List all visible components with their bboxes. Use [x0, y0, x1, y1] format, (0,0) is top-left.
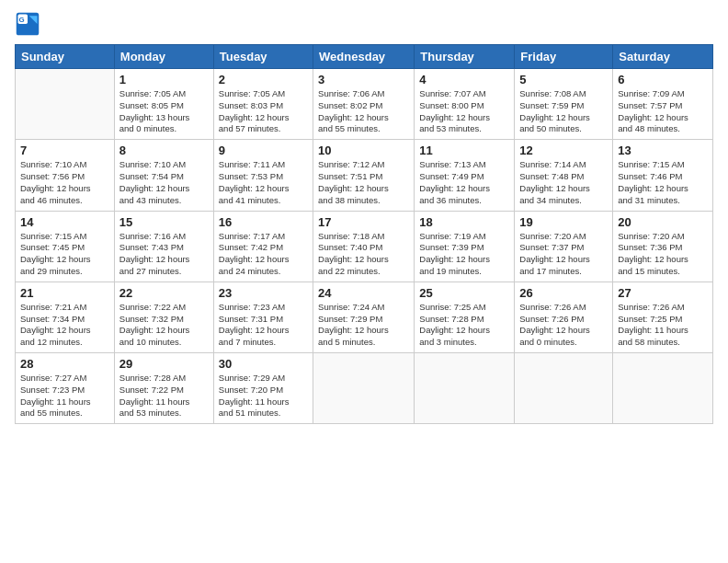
logo: G — [15, 11, 44, 37]
calendar-cell: 6Sunrise: 7:09 AM Sunset: 7:57 PM Daylig… — [613, 69, 713, 140]
day-info: Sunrise: 7:05 AM Sunset: 8:03 PM Dayligh… — [219, 88, 308, 135]
col-header-monday: Monday — [114, 45, 213, 69]
calendar-cell: 3Sunrise: 7:06 AM Sunset: 8:02 PM Daylig… — [313, 69, 415, 140]
calendar-page: G SundayMondayTuesdayWednesdayThursdayFr… — [0, 0, 728, 563]
day-info: Sunrise: 7:15 AM Sunset: 7:46 PM Dayligh… — [618, 159, 708, 206]
day-number: 23 — [219, 286, 308, 300]
calendar-cell: 30Sunrise: 7:29 AM Sunset: 7:20 PM Dayli… — [213, 353, 313, 424]
day-info: Sunrise: 7:20 AM Sunset: 7:36 PM Dayligh… — [618, 231, 708, 278]
col-header-friday: Friday — [515, 45, 613, 69]
day-number: 6 — [618, 73, 708, 86]
day-info: Sunrise: 7:11 AM Sunset: 7:53 PM Dayligh… — [219, 159, 308, 206]
week-row-5: 28Sunrise: 7:27 AM Sunset: 7:23 PM Dayli… — [16, 353, 713, 424]
calendar-cell: 24Sunrise: 7:24 AM Sunset: 7:29 PM Dayli… — [313, 282, 415, 352]
svg-text:G: G — [18, 16, 24, 24]
day-number: 11 — [419, 144, 509, 157]
calendar-cell: 28Sunrise: 7:27 AM Sunset: 7:23 PM Dayli… — [16, 353, 115, 424]
day-info: Sunrise: 7:25 AM Sunset: 7:28 PM Dayligh… — [419, 302, 509, 349]
day-number: 18 — [419, 215, 509, 229]
day-info: Sunrise: 7:10 AM Sunset: 7:56 PM Dayligh… — [20, 159, 109, 206]
calendar-cell: 20Sunrise: 7:20 AM Sunset: 7:36 PM Dayli… — [613, 211, 713, 282]
day-info: Sunrise: 7:24 AM Sunset: 7:29 PM Dayligh… — [318, 302, 409, 349]
col-header-wednesday: Wednesday — [313, 45, 415, 69]
calendar-cell: 18Sunrise: 7:19 AM Sunset: 7:39 PM Dayli… — [415, 211, 515, 282]
calendar-cell — [415, 353, 515, 424]
week-row-2: 7Sunrise: 7:10 AM Sunset: 7:56 PM Daylig… — [16, 140, 713, 211]
day-number: 26 — [519, 286, 608, 300]
calendar-cell: 25Sunrise: 7:25 AM Sunset: 7:28 PM Dayli… — [415, 282, 515, 352]
calendar-cell: 9Sunrise: 7:11 AM Sunset: 7:53 PM Daylig… — [213, 140, 313, 211]
calendar-table: SundayMondayTuesdayWednesdayThursdayFrid… — [15, 44, 713, 424]
calendar-header-row: SundayMondayTuesdayWednesdayThursdayFrid… — [16, 45, 713, 69]
day-number: 14 — [20, 215, 109, 229]
day-number: 21 — [20, 286, 109, 300]
day-number: 9 — [219, 144, 308, 157]
day-number: 19 — [519, 215, 608, 229]
day-number: 13 — [618, 144, 708, 157]
calendar-cell — [16, 69, 115, 140]
day-info: Sunrise: 7:23 AM Sunset: 7:31 PM Dayligh… — [219, 302, 308, 349]
day-number: 27 — [618, 286, 708, 300]
calendar-cell: 29Sunrise: 7:28 AM Sunset: 7:22 PM Dayli… — [114, 353, 213, 424]
day-info: Sunrise: 7:07 AM Sunset: 8:00 PM Dayligh… — [419, 88, 509, 135]
col-header-thursday: Thursday — [415, 45, 515, 69]
calendar-cell — [313, 353, 415, 424]
week-row-4: 21Sunrise: 7:21 AM Sunset: 7:34 PM Dayli… — [16, 282, 713, 352]
week-row-3: 14Sunrise: 7:15 AM Sunset: 7:45 PM Dayli… — [16, 211, 713, 282]
day-number: 12 — [519, 144, 608, 157]
day-info: Sunrise: 7:10 AM Sunset: 7:54 PM Dayligh… — [119, 159, 209, 206]
calendar-cell: 4Sunrise: 7:07 AM Sunset: 8:00 PM Daylig… — [415, 69, 515, 140]
calendar-cell — [515, 353, 613, 424]
calendar-cell: 23Sunrise: 7:23 AM Sunset: 7:31 PM Dayli… — [213, 282, 313, 352]
day-number: 22 — [119, 286, 209, 300]
day-number: 7 — [20, 144, 109, 157]
day-info: Sunrise: 7:09 AM Sunset: 7:57 PM Dayligh… — [618, 88, 708, 135]
day-number: 28 — [20, 357, 109, 371]
day-info: Sunrise: 7:19 AM Sunset: 7:39 PM Dayligh… — [419, 231, 509, 278]
day-info: Sunrise: 7:26 AM Sunset: 7:25 PM Dayligh… — [618, 302, 708, 349]
calendar-cell — [613, 353, 713, 424]
day-info: Sunrise: 7:27 AM Sunset: 7:23 PM Dayligh… — [20, 373, 109, 419]
calendar-cell: 8Sunrise: 7:10 AM Sunset: 7:54 PM Daylig… — [114, 140, 213, 211]
calendar-cell: 22Sunrise: 7:22 AM Sunset: 7:32 PM Dayli… — [114, 282, 213, 352]
day-number: 15 — [119, 215, 209, 229]
calendar-cell: 27Sunrise: 7:26 AM Sunset: 7:25 PM Dayli… — [613, 282, 713, 352]
col-header-sunday: Sunday — [16, 45, 115, 69]
day-info: Sunrise: 7:20 AM Sunset: 7:37 PM Dayligh… — [519, 231, 608, 278]
day-number: 3 — [318, 73, 409, 86]
day-number: 25 — [419, 286, 509, 300]
calendar-cell: 11Sunrise: 7:13 AM Sunset: 7:49 PM Dayli… — [415, 140, 515, 211]
week-row-1: 1Sunrise: 7:05 AM Sunset: 8:05 PM Daylig… — [16, 69, 713, 140]
calendar-cell: 5Sunrise: 7:08 AM Sunset: 7:59 PM Daylig… — [515, 69, 613, 140]
calendar-cell: 21Sunrise: 7:21 AM Sunset: 7:34 PM Dayli… — [16, 282, 115, 352]
day-number: 10 — [318, 144, 409, 157]
day-info: Sunrise: 7:05 AM Sunset: 8:05 PM Dayligh… — [119, 88, 209, 135]
day-info: Sunrise: 7:22 AM Sunset: 7:32 PM Dayligh… — [119, 302, 209, 349]
calendar-cell: 26Sunrise: 7:26 AM Sunset: 7:26 PM Dayli… — [515, 282, 613, 352]
calendar-cell: 1Sunrise: 7:05 AM Sunset: 8:05 PM Daylig… — [114, 69, 213, 140]
logo-icon: G — [15, 11, 40, 37]
day-info: Sunrise: 7:13 AM Sunset: 7:49 PM Dayligh… — [419, 159, 509, 206]
day-number: 17 — [318, 215, 409, 229]
calendar-cell: 7Sunrise: 7:10 AM Sunset: 7:56 PM Daylig… — [16, 140, 115, 211]
header: G — [15, 11, 713, 37]
day-info: Sunrise: 7:18 AM Sunset: 7:40 PM Dayligh… — [318, 231, 409, 278]
day-info: Sunrise: 7:08 AM Sunset: 7:59 PM Dayligh… — [519, 88, 608, 135]
day-number: 30 — [219, 357, 308, 371]
day-info: Sunrise: 7:12 AM Sunset: 7:51 PM Dayligh… — [318, 159, 409, 206]
day-number: 4 — [419, 73, 509, 86]
calendar-cell: 15Sunrise: 7:16 AM Sunset: 7:43 PM Dayli… — [114, 211, 213, 282]
day-number: 20 — [618, 215, 708, 229]
col-header-tuesday: Tuesday — [213, 45, 313, 69]
day-info: Sunrise: 7:29 AM Sunset: 7:20 PM Dayligh… — [219, 373, 308, 419]
day-number: 24 — [318, 286, 409, 300]
day-number: 8 — [119, 144, 209, 157]
day-number: 5 — [519, 73, 608, 86]
day-number: 16 — [219, 215, 308, 229]
day-info: Sunrise: 7:06 AM Sunset: 8:02 PM Dayligh… — [318, 88, 409, 135]
day-info: Sunrise: 7:21 AM Sunset: 7:34 PM Dayligh… — [20, 302, 109, 349]
day-info: Sunrise: 7:17 AM Sunset: 7:42 PM Dayligh… — [219, 231, 308, 278]
calendar-cell: 14Sunrise: 7:15 AM Sunset: 7:45 PM Dayli… — [16, 211, 115, 282]
col-header-saturday: Saturday — [613, 45, 713, 69]
calendar-cell: 13Sunrise: 7:15 AM Sunset: 7:46 PM Dayli… — [613, 140, 713, 211]
